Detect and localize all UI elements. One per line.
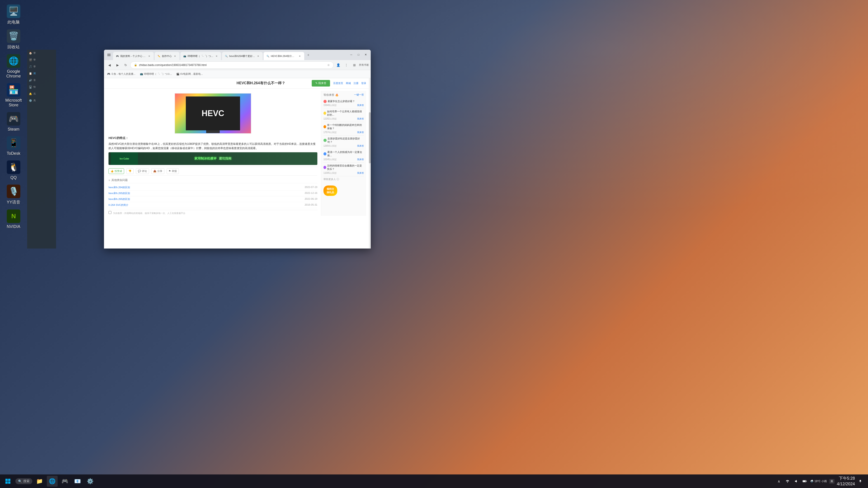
desktop-icon-this-pc[interactable]: 🖥️ 此电脑: [2, 4, 25, 25]
tray-network-icon[interactable]: [784, 478, 791, 484]
qa-text-1: 暑夏学生怎么穿搭好看？: [328, 100, 355, 103]
sidebar-toggle[interactable]: ⊞: [351, 61, 358, 69]
tray-volume-icon[interactable]: [793, 478, 799, 484]
desktop-icon-nvidia[interactable]: N NVIDIA: [2, 209, 25, 229]
tab-hevc-active[interactable]: 🔍 HEVC和H.264有什么不一样？ ✕: [264, 52, 304, 60]
qa-text-3: 有一个特别酷的妈妈是种怎样的体验？: [327, 123, 364, 130]
like-button[interactable]: 👍 投赞成: [108, 168, 124, 174]
share-button[interactable]: 📤 分享: [151, 168, 164, 174]
qa-answer-2[interactable]: 我来答: [357, 117, 364, 121]
forward-button[interactable]: ▶: [114, 61, 121, 69]
qa-avatar-3: [323, 125, 326, 128]
panel-sound-btn[interactable]: 🔊音: [27, 77, 56, 84]
dislike-button[interactable]: 👎: [126, 168, 133, 174]
tray-expand-icon[interactable]: ∧: [776, 478, 782, 484]
desktop-icon-yy[interactable]: 🎙️ YY语音: [2, 185, 25, 205]
qa-answer-4[interactable]: 我来答: [357, 144, 364, 148]
desktop-icon-chrome[interactable]: 🌐 Google Chrome: [2, 54, 25, 78]
taskbar-app-steam[interactable]: 🎮: [59, 476, 70, 487]
panel-display-btn[interactable]: 🖥️快: [27, 84, 56, 90]
qa-avatar-1: [323, 100, 327, 103]
refresh-button[interactable]: ↻: [122, 61, 129, 69]
minimize-button[interactable]: ─: [348, 52, 354, 58]
svg-point-7: [787, 482, 788, 483]
window-controls: ─ □ ✕: [348, 52, 369, 58]
similar-item-3[interactable]: hevc和h.265的区别 2022-06-19: [108, 196, 317, 202]
ask-answer-button[interactable]: ✎ 我来答: [312, 80, 330, 87]
panel-home-btn[interactable]: 🏠带: [27, 50, 56, 57]
gift-button[interactable]: 领积分 抽礼品: [323, 186, 337, 196]
similar-item-2[interactable]: hevc和h.265的区别 2022-12-16: [108, 191, 317, 196]
ad-banner[interactable]: Ice Cube 家用制冰机横评 避坑指南: [108, 152, 317, 165]
notification-bell-icon[interactable]: [857, 478, 864, 484]
similar-date-1: 2022-07-19: [305, 186, 317, 189]
qa-meta-4: 12654人问过 我来答: [323, 144, 364, 148]
maximize-button[interactable]: □: [355, 52, 362, 58]
panel-settings-btn[interactable]: ⚙️高: [27, 97, 56, 104]
desktop-icon-label-qq: QQ: [10, 175, 17, 180]
bookmark-6v[interactable]: 🎬 6V电影网，最新电...: [175, 72, 204, 76]
similar-item-1[interactable]: hevc和h.264的区别 2022-07-19: [108, 185, 317, 191]
tab-hevc-compare[interactable]: 🔍 hevc和h264哪个更好用 百度... ✕: [222, 52, 263, 60]
tab-strip-expand[interactable]: [106, 52, 112, 58]
similar-text-1: hevc和h.264的区别: [108, 186, 130, 189]
desktop-icon-msstore[interactable]: 🏪 Microsoft Store: [2, 83, 25, 107]
nav-baidu[interactable]: 百度首页: [333, 82, 343, 85]
menu-button[interactable]: ⋮: [343, 61, 350, 69]
panel-video-btn[interactable]: 🎬带: [27, 57, 56, 63]
tray-battery-icon[interactable]: [802, 478, 808, 484]
profile-button[interactable]: 👤: [335, 61, 342, 69]
nav-register[interactable]: 注册: [353, 82, 359, 85]
scroll-thumb[interactable]: [369, 112, 371, 163]
similar-item-4[interactable]: H.264 SVC的简介 2016-05-31: [108, 202, 317, 208]
start-button[interactable]: [2, 477, 13, 486]
tab-close-hevc-active[interactable]: ✕: [298, 54, 302, 58]
panel-music-btn[interactable]: 🎵带: [27, 63, 56, 70]
taskbar-app-explorer[interactable]: 📁: [34, 476, 45, 487]
taskbar-app-chrome[interactable]: 🌐: [47, 476, 58, 487]
tab-close-bilibili[interactable]: ✕: [215, 54, 218, 58]
qa-question-4: 韭菜炒蛋好吃还是韭菜炒蛋好吃？: [323, 137, 364, 144]
desktop-icon-recycle[interactable]: 🗑️ 回收站: [2, 29, 25, 50]
qa-avatar-2: [323, 111, 326, 115]
bookmark-star-icon[interactable]: ☆: [327, 64, 330, 67]
tab-creator[interactable]: ✏️ 创作中心 ✕: [155, 52, 180, 60]
panel-history-btn[interactable]: 📋观: [27, 70, 56, 77]
scrollbar[interactable]: [369, 78, 371, 249]
zhidao-main-content: HEVC HEVC的特点： 虽然HEVC的大部分潜在优势都集中在4K上，但其更好…: [108, 91, 317, 216]
close-button[interactable]: ✕: [363, 52, 369, 58]
tab-close-creator[interactable]: ✕: [173, 54, 177, 58]
tab-douyu[interactable]: 🎮 我的资料 - 个人中心 - 斗鱼 ✕: [113, 52, 154, 60]
qa-answer-3[interactable]: 我来答: [357, 131, 364, 134]
tab-close-hevc-compare[interactable]: ✕: [256, 54, 260, 58]
nav-shop[interactable]: 商城: [346, 82, 351, 85]
taskbar-app-settings[interactable]: ⚙️: [85, 476, 96, 487]
desktop-icon-qq[interactable]: 🐧 QQ: [2, 160, 25, 180]
similar-title: ≡ 其他类似问题: [108, 177, 317, 183]
comment-button[interactable]: 💬 评论: [136, 168, 149, 174]
qa-text-6: 怎样的情绪背后会藏着的一定是快乐？: [327, 164, 364, 171]
search-icon: 🔍: [18, 480, 22, 483]
qa-answer-1[interactable]: 我来答: [357, 104, 364, 107]
bookmark-bilibili[interactable]: 📺 哔哩哔哩（゜-゜）つロ...: [138, 72, 173, 76]
bookmark-favicon-6v: 🎬: [176, 72, 180, 75]
qa-count-2: 12202人问过: [323, 117, 337, 121]
bottom-checkbox[interactable]: [108, 211, 112, 214]
desktop-icon-steam[interactable]: 🎮 Steam: [2, 112, 25, 132]
tab-close-douyu[interactable]: ✕: [147, 54, 151, 58]
qa-answer-6[interactable]: 我来答: [357, 171, 364, 175]
back-button[interactable]: ◀: [106, 61, 113, 69]
nav-login[interactable]: 登录: [361, 82, 366, 85]
taskbar-search-container[interactable]: 🔍 搜索: [16, 478, 32, 484]
qa-view-all[interactable]: 一键一答: [354, 93, 364, 97]
address-bar[interactable]: 🔒 zhidao.baidu.com/question/190631488173…: [130, 61, 334, 69]
desktop-icon-todesk[interactable]: 📱 ToDesk: [2, 136, 25, 156]
input-method-indicator[interactable]: 英: [829, 479, 835, 484]
bookmark-douyu[interactable]: 🎮 斗鱼 - 每个人的直播...: [106, 72, 137, 76]
new-tab-button[interactable]: ＋: [305, 52, 311, 58]
report-button[interactable]: ⚑ 举报: [166, 168, 179, 174]
tab-bilibili[interactable]: 📺 哔哩哔哩（゜-゜）つロ干杯~ ✕: [180, 52, 221, 60]
taskbar-app-mail[interactable]: 📧: [72, 476, 83, 487]
qa-answer-5[interactable]: 我来答: [357, 158, 364, 161]
panel-notification-btn[interactable]: 🔔北: [27, 90, 56, 97]
